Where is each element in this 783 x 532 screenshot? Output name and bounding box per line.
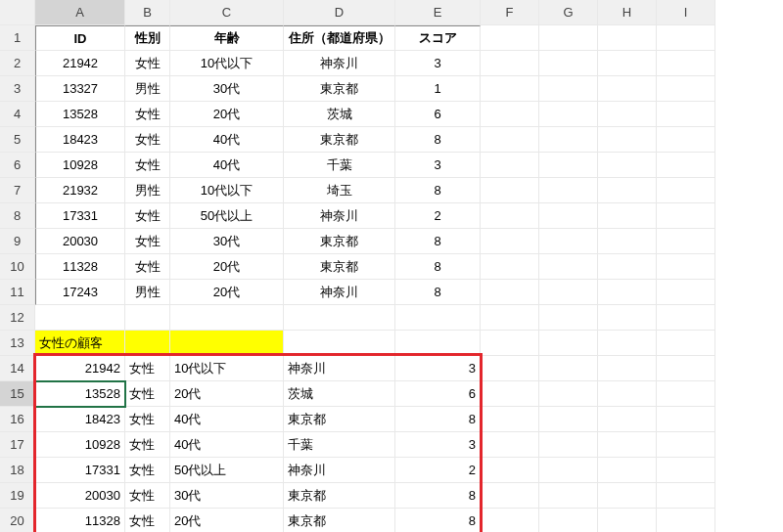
spreadsheet-grid[interactable]: ABCDEFGHI1ID性別年齢住所（都道府県）スコア221942女性10代以下… [0, 0, 783, 532]
table2-cell[interactable]: 10代以下 [170, 356, 284, 381]
empty-cell[interactable] [539, 305, 598, 331]
row-header-15[interactable]: 15 [0, 381, 35, 407]
empty-cell[interactable] [598, 483, 657, 509]
column-header-D[interactable]: D [284, 0, 395, 25]
column-header-C[interactable]: C [170, 0, 284, 25]
empty-cell[interactable] [539, 331, 598, 356]
table1-cell[interactable]: 11328 [35, 254, 125, 280]
empty-cell[interactable] [539, 76, 598, 102]
empty-cell[interactable] [481, 153, 539, 178]
table1-cell[interactable]: 男性 [125, 280, 170, 305]
empty-cell[interactable] [598, 127, 657, 153]
table1-cell[interactable]: 女性 [125, 203, 170, 229]
empty-cell[interactable] [539, 229, 598, 254]
row-header-6[interactable]: 6 [0, 153, 35, 178]
empty-cell[interactable] [598, 178, 657, 203]
table1-header-gender[interactable]: 性別 [125, 25, 170, 51]
empty-cell[interactable] [598, 305, 657, 331]
table2-cell[interactable]: 東京都 [284, 483, 395, 509]
empty-cell[interactable] [657, 102, 715, 127]
column-header-A[interactable]: A [35, 0, 125, 25]
empty-cell[interactable] [125, 305, 170, 331]
empty-cell[interactable] [539, 483, 598, 509]
table2-cell[interactable]: 18423 [35, 407, 125, 432]
empty-cell[interactable] [657, 483, 715, 509]
empty-cell[interactable] [657, 381, 715, 407]
table2-cell[interactable]: 茨城 [284, 381, 395, 407]
empty-cell[interactable] [657, 458, 715, 483]
table1-cell[interactable]: 13528 [35, 102, 125, 127]
table1-header-age[interactable]: 年齢 [170, 25, 284, 51]
column-header-B[interactable]: B [125, 0, 170, 25]
section-label-female-customers[interactable]: 女性の顧客 [35, 331, 125, 356]
table1-cell[interactable]: 千葉 [284, 153, 395, 178]
table1-cell[interactable]: 10代以下 [170, 178, 284, 203]
empty-cell[interactable] [598, 153, 657, 178]
empty-cell[interactable] [598, 407, 657, 432]
empty-cell[interactable] [481, 51, 539, 76]
table2-cell[interactable]: 3 [395, 356, 481, 381]
empty-cell[interactable] [481, 25, 539, 51]
table1-header-score[interactable]: スコア [395, 25, 481, 51]
row-header-1[interactable]: 1 [0, 25, 35, 51]
empty-cell[interactable] [598, 280, 657, 305]
table2-cell[interactable]: 女性 [125, 432, 170, 458]
table2-cell[interactable]: 女性 [125, 483, 170, 509]
table1-cell[interactable]: 神奈川 [284, 51, 395, 76]
empty-cell[interactable] [539, 432, 598, 458]
empty-cell[interactable] [539, 509, 598, 532]
table2-cell[interactable]: 6 [395, 381, 481, 407]
table1-cell[interactable]: 13327 [35, 76, 125, 102]
empty-cell[interactable] [539, 280, 598, 305]
section-label-fill[interactable] [170, 331, 284, 356]
table1-cell[interactable]: 東京都 [284, 254, 395, 280]
row-header-14[interactable]: 14 [0, 356, 35, 381]
empty-cell[interactable] [598, 381, 657, 407]
table2-cell[interactable]: 東京都 [284, 509, 395, 532]
row-header-20[interactable]: 20 [0, 509, 35, 532]
table1-cell[interactable]: 女性 [125, 153, 170, 178]
table1-cell[interactable]: 18423 [35, 127, 125, 153]
column-header-F[interactable]: F [481, 0, 539, 25]
empty-cell[interactable] [598, 458, 657, 483]
row-header-18[interactable]: 18 [0, 458, 35, 483]
row-header-11[interactable]: 11 [0, 280, 35, 305]
table1-cell[interactable]: 1 [395, 76, 481, 102]
empty-cell[interactable] [539, 153, 598, 178]
empty-cell[interactable] [598, 25, 657, 51]
empty-cell[interactable] [598, 203, 657, 229]
empty-cell[interactable] [657, 25, 715, 51]
table1-cell[interactable]: 女性 [125, 254, 170, 280]
empty-cell[interactable] [481, 458, 539, 483]
table1-cell[interactable]: 8 [395, 280, 481, 305]
table1-cell[interactable]: 30代 [170, 76, 284, 102]
empty-cell[interactable] [539, 102, 598, 127]
table2-cell[interactable]: 女性 [125, 509, 170, 532]
empty-cell[interactable] [539, 178, 598, 203]
row-header-3[interactable]: 3 [0, 76, 35, 102]
column-header-G[interactable]: G [539, 0, 598, 25]
empty-cell[interactable] [598, 102, 657, 127]
table1-cell[interactable]: 20030 [35, 229, 125, 254]
table1-cell[interactable]: 50代以上 [170, 203, 284, 229]
row-header-7[interactable]: 7 [0, 178, 35, 203]
table1-header-id[interactable]: ID [35, 25, 125, 51]
empty-cell[interactable] [481, 229, 539, 254]
row-header-10[interactable]: 10 [0, 254, 35, 280]
empty-cell[interactable] [539, 356, 598, 381]
table2-cell[interactable]: 30代 [170, 483, 284, 509]
table1-cell[interactable]: 8 [395, 127, 481, 153]
row-header-2[interactable]: 2 [0, 51, 35, 76]
empty-cell[interactable] [481, 331, 539, 356]
table1-cell[interactable]: 女性 [125, 127, 170, 153]
selected-cell[interactable]: 13528 [35, 381, 125, 407]
empty-cell[interactable] [481, 178, 539, 203]
table2-cell[interactable]: 20代 [170, 381, 284, 407]
table1-cell[interactable]: 21942 [35, 51, 125, 76]
table2-cell[interactable]: 11328 [35, 509, 125, 532]
table1-cell[interactable]: 17243 [35, 280, 125, 305]
empty-cell[interactable] [657, 203, 715, 229]
table2-cell[interactable]: 50代以上 [170, 458, 284, 483]
row-header-5[interactable]: 5 [0, 127, 35, 153]
table1-cell[interactable]: 茨城 [284, 102, 395, 127]
